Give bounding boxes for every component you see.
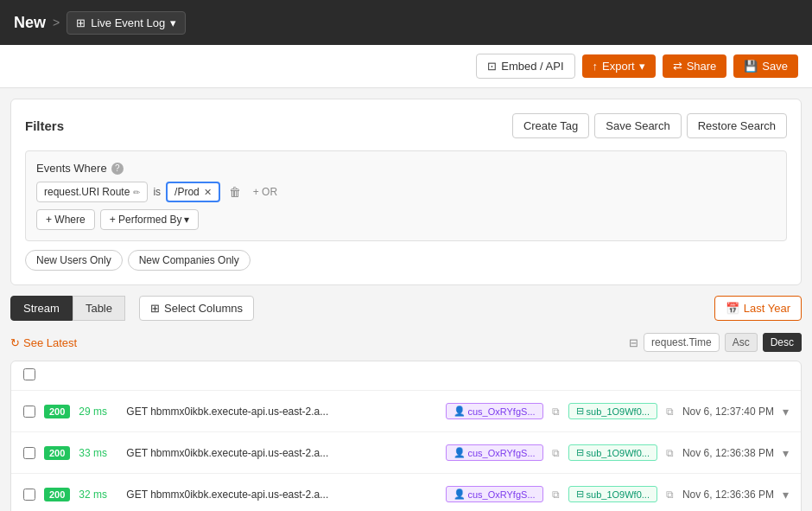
select-all-checkbox[interactable] (23, 368, 35, 380)
save-label: Save (762, 60, 788, 73)
copy-icon[interactable]: ⧉ (552, 447, 560, 459)
share-label: Share (687, 60, 717, 73)
new-users-only-label: New Users Only (36, 254, 111, 266)
restore-search-button[interactable]: Restore Search (687, 113, 787, 138)
breadcrumb-chevron: > (53, 16, 60, 29)
stream-tab[interactable]: Stream (10, 296, 73, 321)
subscription-tag[interactable]: ⊟ sub_1O9Wf0... (568, 403, 657, 419)
filters-header: Filters Create Tag Save Search Restore S… (25, 113, 787, 138)
row-checkbox-0[interactable] (23, 406, 35, 418)
help-icon[interactable]: ? (111, 163, 124, 175)
results-section: Stream Table ⊞ Select Columns 📅 Last Yea… (0, 296, 812, 511)
filter-add-row: + Where + Performed By ▾ (36, 209, 776, 230)
results-toolbar: Stream Table ⊞ Select Columns 📅 Last Yea… (10, 296, 802, 321)
calendar-icon: 📅 (726, 302, 739, 315)
row-timestamp: Nov 6, 12:37:40 PM (682, 406, 774, 418)
embed-api-button[interactable]: ⊡ Embed / API (476, 54, 574, 79)
table-row: 200 33 ms GET hbmmx0ikbk.execute-api.us-… (11, 432, 801, 474)
expand-row-button[interactable]: ▾ (783, 405, 789, 418)
sort-field: request.Time (644, 333, 720, 352)
expand-row-button[interactable]: ▾ (783, 488, 789, 501)
sort-controls: ⊟ request.Time Asc Desc (629, 333, 802, 352)
last-year-button[interactable]: 📅 Last Year (714, 296, 802, 321)
export-icon: ↑ (593, 60, 599, 73)
performed-by-chevron: ▾ (184, 214, 189, 226)
last-year-label: Last Year (744, 302, 790, 315)
or-button[interactable]: + OR (253, 186, 277, 198)
status-badge: 200 (44, 446, 70, 460)
add-performed-by-button[interactable]: + Performed By ▾ (100, 209, 200, 230)
add-where-button[interactable]: + Where (36, 209, 95, 230)
top-toolbar: ⊡ Embed / API ↑ Export ▾ ⇄ Share 💾 Save (0, 45, 812, 88)
main-content: ⊡ Embed / API ↑ Export ▾ ⇄ Share 💾 Save … (0, 45, 812, 511)
copy-icon[interactable]: ⧉ (552, 489, 560, 501)
customer-tag[interactable]: 👤 cus_OxRYfgS... (446, 486, 543, 502)
row-checkbox-2[interactable] (23, 489, 35, 501)
results-table: 200 29 ms GET hbmmx0ikbk.execute-api.us-… (10, 361, 802, 511)
events-where-label: Events Where ? (36, 162, 776, 175)
copy-icon-2[interactable]: ⧉ (666, 447, 674, 459)
new-companies-only-label: New Companies Only (139, 254, 239, 266)
copy-icon-2[interactable]: ⧉ (666, 489, 674, 501)
filter-row: request.URI Route ✏ is /Prod ✕ 🗑 + OR (36, 182, 776, 202)
filter-value-pill: /Prod ✕ (166, 182, 220, 202)
status-badge: 200 (44, 405, 70, 418)
events-where-box: Events Where ? request.URI Route ✏ is /P… (25, 150, 787, 241)
filter-funnel-icon: ⊟ (629, 336, 638, 349)
duration: 33 ms (79, 447, 117, 459)
user-icon: 👤 (454, 406, 466, 417)
new-users-only-tag[interactable]: New Users Only (25, 250, 123, 271)
duration: 32 ms (79, 489, 117, 501)
embed-icon: ⊡ (487, 60, 497, 73)
share-button[interactable]: ⇄ Share (663, 54, 727, 78)
live-event-log-dropdown[interactable]: ⊞ Live Event Log ▾ (67, 11, 186, 35)
tag-icon: ⊟ (576, 489, 584, 500)
method-url: GET hbmmx0ikbk.execute-api.us-east-2.a..… (126, 406, 436, 418)
copy-icon[interactable]: ⧉ (552, 406, 560, 418)
expand-row-button[interactable]: ▾ (783, 446, 789, 460)
filters-title: Filters (25, 118, 64, 133)
copy-icon-2[interactable]: ⧉ (666, 406, 674, 418)
share-icon: ⇄ (673, 60, 682, 73)
select-all-row (11, 361, 801, 391)
subscription-tag[interactable]: ⊟ sub_1O9Wf0... (568, 444, 657, 461)
filter-field-label: request.URI Route (44, 186, 130, 198)
view-tabs: Stream Table (10, 296, 125, 321)
new-companies-only-tag[interactable]: New Companies Only (128, 250, 251, 271)
filter-delete-button[interactable]: 🗑 (225, 183, 244, 201)
filters-actions: Create Tag Save Search Restore Search (512, 113, 787, 138)
filter-tags-row: New Users Only New Companies Only (25, 250, 787, 271)
customer-tag[interactable]: 👤 cus_OxRYfgS... (446, 444, 543, 461)
create-tag-button[interactable]: Create Tag (512, 113, 589, 138)
customer-tag[interactable]: 👤 cus_OxRYfgS... (446, 403, 543, 419)
dropdown-grid-icon: ⊞ (76, 16, 86, 29)
save-icon: 💾 (744, 60, 758, 73)
edit-icon: ✏ (133, 188, 140, 197)
tag-icon: ⊟ (576, 406, 584, 417)
filters-section: Filters Create Tag Save Search Restore S… (10, 99, 802, 285)
dropdown-label: Live Event Log (91, 16, 165, 29)
filter-operator: is (153, 186, 161, 198)
filter-value-close[interactable]: ✕ (204, 187, 212, 198)
see-latest-row: ↻ See Latest ⊟ request.Time Asc Desc (10, 328, 802, 357)
page-title: New (14, 14, 46, 32)
method-url: GET hbmmx0ikbk.execute-api.us-east-2.a..… (126, 489, 436, 501)
embed-label: Embed / API (501, 60, 563, 73)
table-tab[interactable]: Table (73, 296, 125, 321)
user-icon: 👤 (454, 489, 466, 500)
save-button[interactable]: 💾 Save (733, 54, 798, 78)
export-button[interactable]: ↑ Export ▾ (582, 54, 656, 78)
user-icon: 👤 (454, 447, 466, 458)
subscription-tag[interactable]: ⊟ sub_1O9Wf0... (568, 486, 657, 502)
sort-desc-button[interactable]: Desc (763, 333, 802, 352)
filter-field-pill[interactable]: request.URI Route ✏ (36, 182, 148, 202)
see-latest-link[interactable]: ↻ See Latest (10, 336, 77, 349)
row-checkbox-1[interactable] (23, 447, 35, 459)
select-columns-button[interactable]: ⊞ Select Columns (139, 296, 254, 321)
tag-icon: ⊟ (576, 447, 584, 458)
events-where-text: Events Where (36, 162, 107, 175)
sort-asc-button[interactable]: Asc (725, 333, 758, 352)
status-badge: 200 (44, 488, 70, 501)
save-search-button[interactable]: Save Search (594, 113, 681, 138)
columns-icon: ⊞ (150, 302, 160, 315)
